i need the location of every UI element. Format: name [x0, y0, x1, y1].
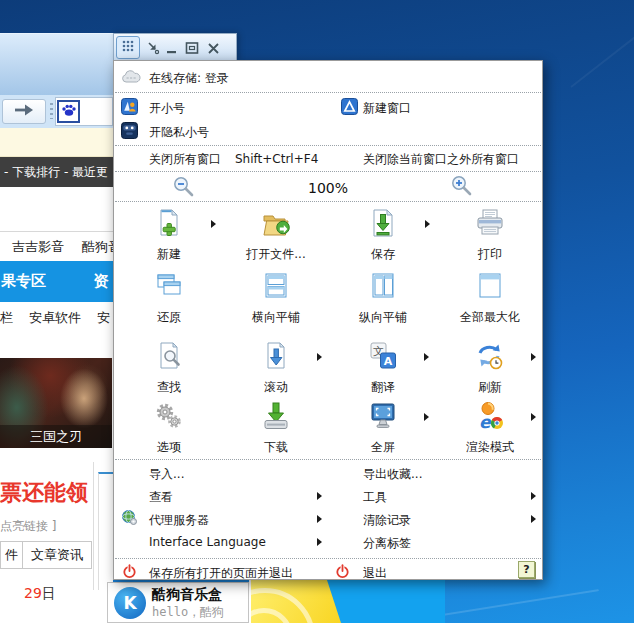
- content-tabs: 件 文章资讯: [0, 541, 92, 569]
- submenu-arrow: [425, 220, 434, 228]
- menu-item-import[interactable]: 导入...: [149, 466, 184, 483]
- minimize-button[interactable]: [164, 40, 180, 56]
- sublink-1[interactable]: 栏: [0, 310, 13, 325]
- menu-item-new[interactable]: 新建: [119, 207, 219, 263]
- help-button[interactable]: ?: [518, 561, 535, 578]
- menu-item-options[interactable]: 选项: [119, 400, 219, 456]
- menu-item-save-all-exit[interactable]: 保存所有打开的页面并退出: [149, 565, 293, 582]
- menu-item-restore-windows[interactable]: 还原: [119, 270, 219, 326]
- submenu-arrow: [424, 413, 433, 421]
- menu-item-view[interactable]: 查看: [149, 489, 173, 506]
- link-jiji[interactable]: 吉吉影音: [12, 239, 64, 254]
- menu-item-print[interactable]: 打印: [440, 207, 540, 263]
- menu-item-detach-tab[interactable]: 分离标签: [363, 535, 411, 552]
- scroll-icon: [260, 340, 292, 372]
- date-unit: 日: [42, 585, 56, 601]
- menu-item-render-mode[interactable]: e 渲染模式: [440, 400, 540, 456]
- sublink-2[interactable]: 安卓软件: [29, 310, 81, 325]
- submenu-arrow: [317, 515, 326, 523]
- render-mode-icon: e: [474, 400, 506, 432]
- grid-label: 选项: [119, 439, 219, 456]
- open-file-icon: [260, 207, 292, 239]
- promo-note: 点亮链接 ]: [0, 518, 57, 535]
- close-all-shortcut: Shift+Ctrl+F4: [235, 152, 318, 166]
- find-icon: [153, 340, 185, 372]
- grid-label: 打开文件...: [226, 246, 326, 263]
- menu-item-clear-history[interactable]: 清除记录: [363, 512, 411, 529]
- menu-item-close-others[interactable]: 关闭除当前窗口之外所有窗口: [363, 151, 519, 168]
- nav-item-right[interactable]: 资: [93, 272, 108, 290]
- refresh-icon: [474, 340, 506, 372]
- submenu-arrow: [317, 492, 326, 500]
- tab-partial[interactable]: 件: [1, 542, 23, 568]
- submenu-arrow: [317, 353, 326, 361]
- menu-item-interface-language[interactable]: Interface Language: [149, 535, 266, 549]
- go-button[interactable]: [2, 99, 46, 124]
- menu-item-export-favorites[interactable]: 导出收藏...: [363, 466, 422, 483]
- menu-item-refresh[interactable]: 刷新: [440, 340, 540, 396]
- options-gears-icon: [153, 400, 185, 432]
- submenu-arrow: [531, 353, 540, 361]
- save-icon: [367, 207, 399, 239]
- desktop: - 下载排行 - 最近更 吉吉影音酷狗音 果专区 资 栏安卓软件安 三国之刃 票…: [0, 0, 634, 623]
- menu-item-find[interactable]: 查找: [119, 340, 219, 396]
- menu-item-exit[interactable]: 退出: [363, 565, 387, 582]
- nav-item-left[interactable]: 果专区: [1, 272, 46, 290]
- grid-label: 横向平铺: [226, 309, 326, 326]
- menu-item-download[interactable]: 下载: [226, 400, 326, 456]
- menu-item-open-private-mini[interactable]: 开隐私小号: [149, 124, 209, 141]
- tile-horizontal-icon: [260, 270, 292, 302]
- section-box-edge: [98, 472, 113, 590]
- power-icon: [122, 564, 137, 583]
- menu-grid-button[interactable]: [116, 36, 140, 59]
- toolbar-grip[interactable]: [50, 103, 53, 119]
- page-nav-bar: 果专区 资: [0, 261, 113, 302]
- separator: [115, 92, 541, 93]
- menu-item-fullscreen[interactable]: 全屏: [333, 400, 433, 456]
- close-button[interactable]: [205, 40, 221, 56]
- kugou-music-box[interactable]: K 酷狗音乐盒 hello，酷狗: [107, 582, 249, 623]
- paw-favicon[interactable]: [57, 100, 80, 123]
- tile-vertical-icon: [367, 270, 399, 302]
- zoom-in-button[interactable]: [450, 174, 473, 201]
- grid-label: 保存: [333, 246, 433, 263]
- kugou-artwork: [249, 580, 445, 623]
- menu-item-open-file[interactable]: 打开文件...: [226, 207, 326, 263]
- submenu-arrow: [424, 353, 433, 361]
- maximize-button[interactable]: [184, 40, 200, 56]
- menu-item-open-mini[interactable]: 开小号: [149, 100, 185, 117]
- grid-label: 翻译: [333, 379, 433, 396]
- separator: [115, 459, 541, 460]
- notice-strip: [0, 128, 113, 157]
- menu-item-close-all[interactable]: 关闭所有窗口Shift+Ctrl+F4: [149, 151, 318, 168]
- game-caption: 三国之刃: [0, 425, 112, 448]
- kugou-logo-icon: K: [114, 587, 146, 619]
- menu-item-online-storage[interactable]: 在线存储: 登录: [149, 70, 229, 87]
- menu-item-save[interactable]: 保存: [333, 207, 433, 263]
- menu-item-new-window[interactable]: 新建窗口: [363, 100, 411, 117]
- grid-label: 滚动: [226, 379, 326, 396]
- divider: [0, 231, 113, 232]
- tab-article-news[interactable]: 文章资讯: [23, 542, 91, 568]
- svg-text:A: A: [384, 355, 393, 368]
- menu-item-translate[interactable]: 文A 翻译: [333, 340, 433, 396]
- promo-headline[interactable]: 票还能领: [0, 478, 88, 508]
- sublink-3[interactable]: 安: [97, 310, 110, 325]
- translate-icon: 文A: [367, 340, 399, 372]
- new-document-icon: [153, 207, 185, 239]
- menu-item-tile-horizontal[interactable]: 横向平铺: [226, 270, 326, 326]
- menu-item-scroll[interactable]: 滚动: [226, 340, 326, 396]
- menu-item-maximize-all[interactable]: 全部最大化: [440, 270, 540, 326]
- popout-button[interactable]: [145, 40, 161, 56]
- print-icon: [474, 207, 506, 239]
- menu-item-proxy-server[interactable]: 代理服务器: [149, 512, 209, 529]
- paw-icon: [61, 102, 77, 122]
- maximize-all-icon: [474, 270, 506, 302]
- grid-label: 全屏: [333, 439, 433, 456]
- menu-item-tile-vertical[interactable]: 纵向平铺: [333, 270, 433, 326]
- download-ranking-bar: - 下载排行 - 最近更: [0, 157, 113, 187]
- game-banner[interactable]: 三国之刃: [0, 358, 112, 448]
- main-menu-panel: 在线存储: 登录 开小号 新建窗口 开隐私小号 关闭所有窗口Shift+Ctrl…: [113, 60, 543, 580]
- menu-item-tools[interactable]: 工具: [363, 489, 387, 506]
- artwork-ring: [249, 588, 315, 623]
